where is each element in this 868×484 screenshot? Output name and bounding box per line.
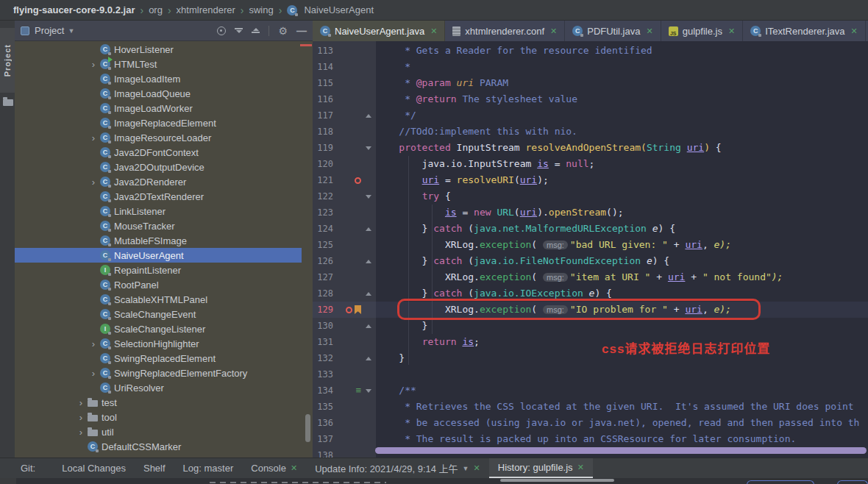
tree-item-ImageLoadQueue[interactable]: CImageLoadQueue	[15, 86, 302, 101]
editor-tab-ITextRenderer.java[interactable]: CITextRenderer.java✕	[743, 21, 866, 41]
fold-marker-icon[interactable]	[361, 324, 376, 328]
code-line-123[interactable]: 123 is = new URL(uri).openStream();	[313, 204, 868, 221]
code-line-125[interactable]: 125 XRLog.exception( msg:"bad URL given:…	[313, 237, 868, 253]
close-icon[interactable]: ✕	[474, 463, 480, 473]
tree-item-SelectionHighlighter[interactable]: ›CSelectionHighlighter	[15, 336, 302, 351]
tree-item-SwingReplacedElement[interactable]: CSwingReplacedElement	[15, 351, 302, 366]
code-text[interactable]: /**	[376, 382, 416, 399]
breadcrumb-item[interactable]: swing	[249, 4, 273, 15]
tree-item-Java2DFontContext[interactable]: CJava2DFontContext	[15, 145, 302, 160]
breakpoint-circle-icon[interactable]	[346, 307, 352, 313]
fold-marker-icon[interactable]	[361, 227, 376, 231]
fold-marker-icon[interactable]	[361, 260, 376, 263]
tree-item-MutableFSImage[interactable]: CMutableFSImage	[15, 233, 302, 248]
collapse-all-icon[interactable]	[252, 28, 260, 33]
tree-item-ImageLoadItem[interactable]: CImageLoadItem	[15, 71, 302, 86]
line-number[interactable]: 128	[313, 288, 335, 299]
fold-marker-icon[interactable]	[361, 292, 376, 296]
breadcrumb-item[interactable]: xhtmlrenderer	[177, 4, 235, 15]
code-text[interactable]: //TOdO:implement this with nio.	[376, 124, 577, 140]
tree-item-HoverListener[interactable]: CHoverListener	[15, 42, 302, 57]
code-line-116[interactable]: 116 * @return The stylesheet value	[313, 91, 868, 107]
line-number[interactable]: 129	[313, 305, 335, 315]
chevron-right-icon[interactable]: ›	[88, 338, 99, 349]
code-text[interactable]: * @return The stylesheet value	[376, 91, 577, 107]
fold-marker-icon[interactable]	[361, 146, 376, 150]
breadcrumb-item[interactable]: NaiveUserAgent	[304, 4, 374, 15]
code-line-119[interactable]: 119 protected InputStream resolveAndOpen…	[313, 140, 868, 156]
code-line-122[interactable]: 122 try {	[313, 188, 868, 204]
code-line-127[interactable]: 127 XRLog.exception( msg:"item at URI " …	[313, 269, 868, 285]
line-number[interactable]: 114	[313, 62, 335, 72]
chevron-right-icon[interactable]: ›	[88, 368, 99, 379]
line-number[interactable]: 127	[313, 272, 335, 282]
line-number[interactable]: 125	[313, 240, 335, 250]
code-line-115[interactable]: 115 * @param uri PARAM	[313, 75, 868, 91]
tree-item-LinkListener[interactable]: CLinkListener	[15, 204, 302, 218]
git-tab-Local Changes[interactable]: Local Changes	[53, 458, 135, 478]
tree-item-NaiveUserAgent[interactable]: CNaiveUserAgent	[15, 248, 302, 263]
code-line-132[interactable]: 132 }	[313, 350, 868, 366]
chevron-down-icon[interactable]: ▼	[68, 27, 74, 35]
code-text[interactable]: uri = resolveURI(uri);	[376, 172, 549, 188]
chevron-right-icon[interactable]: ›	[75, 427, 87, 438]
tree-item-test[interactable]: ›test	[15, 395, 302, 410]
code-line-137[interactable]: 137 * The result is packed up into an CS…	[313, 431, 868, 447]
panel-button-sliver[interactable]	[747, 480, 814, 484]
code-line-113[interactable]: 113 * Gets a Reader for the resource ide…	[313, 43, 868, 59]
tree-item-SwingReplacedElementFactory[interactable]: ›CSwingReplacedElementFactory	[15, 366, 302, 380]
editor-tab-gulpfile.js[interactable]: JSgulpfile.js✕	[661, 21, 743, 41]
line-number[interactable]: 135	[313, 402, 335, 412]
line-number[interactable]: 138	[313, 450, 335, 458]
git-tab-Log: master[interactable]: Log: master	[174, 458, 243, 478]
close-icon[interactable]: ✕	[577, 463, 584, 472]
code-text[interactable]: *	[376, 59, 410, 75]
expand-all-icon[interactable]	[235, 28, 243, 33]
code-text[interactable]: XRLog.exception( msg:"item at URI " + ur…	[376, 269, 783, 285]
code-line-131[interactable]: 131 return is;	[313, 334, 868, 350]
code-text[interactable]: * The result is packed up into an CSSRes…	[376, 431, 796, 447]
chevron-right-icon[interactable]: ›	[88, 177, 99, 188]
tree-item-util[interactable]: ›util	[15, 424, 302, 439]
line-number[interactable]: 116	[313, 94, 335, 104]
git-tab-Shelf[interactable]: Shelf	[135, 458, 174, 478]
project-panel-title[interactable]: Project	[35, 25, 64, 36]
code-text[interactable]: return is;	[376, 334, 480, 350]
tree-item-ScaleChangeListener[interactable]: IScaleChangeListener	[15, 321, 302, 336]
tree-item-ImageLoadWorker[interactable]: CImageLoadWorker	[15, 101, 302, 115]
tree-item-DefaultCSSMarker[interactable]: CDefaultCSSMarker	[15, 439, 302, 454]
breadcrumb-item[interactable]: flying-saucer-core-9.0.2.jar	[13, 4, 135, 15]
code-text[interactable]: try {	[376, 188, 451, 204]
line-number[interactable]: 137	[313, 434, 335, 444]
close-icon[interactable]: ✕	[430, 26, 437, 36]
fold-marker-icon[interactable]	[361, 195, 376, 199]
editor-tab-NaiveUserAgent.java[interactable]: CNaiveUserAgent.java✕	[313, 21, 445, 41]
line-number[interactable]: 115	[313, 78, 335, 88]
breadcrumb-item[interactable]: org	[149, 4, 163, 15]
code-text[interactable]: }	[376, 350, 405, 366]
code-line-130[interactable]: 130 }	[313, 318, 868, 334]
project-scrollbar-thumb[interactable]	[305, 414, 310, 442]
code-text[interactable]: * Gets a Reader for the resource identif…	[376, 43, 652, 59]
tree-item-RepaintListener[interactable]: IRepaintListener	[15, 263, 302, 277]
git-tab-History: gulpfile.js[interactable]: History: gulpfile.js✕	[489, 458, 593, 478]
tree-item-UriResolver[interactable]: CUriResolver	[15, 380, 302, 395]
tree-item-MouseTracker[interactable]: CMouseTracker	[15, 218, 302, 233]
line-number[interactable]: 133	[313, 369, 335, 380]
chevron-right-icon[interactable]: ›	[75, 397, 87, 408]
line-number[interactable]: 126	[313, 256, 335, 266]
line-number[interactable]: 136	[313, 418, 335, 428]
panel-scrollbar-sliver[interactable]	[500, 479, 614, 482]
editor-tab-PDFUtil.java[interactable]: CPDFUtil.java✕	[565, 21, 661, 41]
code-editor[interactable]: 113 * Gets a Reader for the resource ide…	[313, 41, 868, 458]
tree-item-Java2DOutputDevice[interactable]: CJava2DOutputDevice	[15, 160, 302, 174]
line-number[interactable]: 122	[313, 191, 335, 202]
tree-item-ScalableXHTMLPanel[interactable]: CScalableXHTMLPanel	[15, 292, 302, 307]
line-number[interactable]: 120	[313, 159, 335, 169]
tree-item-Java2DRenderer[interactable]: ›CJava2DRenderer	[15, 174, 302, 189]
project-stripe-button[interactable]: Project	[0, 28, 15, 93]
code-line-117[interactable]: 117 */	[313, 107, 868, 124]
code-text[interactable]: XRLog.exception( msg:"bad URL given: " +…	[376, 237, 731, 253]
code-line-126[interactable]: 126 } catch (java.io.FileNotFoundExcepti…	[313, 253, 868, 269]
code-text[interactable]: * be accessed (using java.io or java.net…	[376, 415, 859, 431]
